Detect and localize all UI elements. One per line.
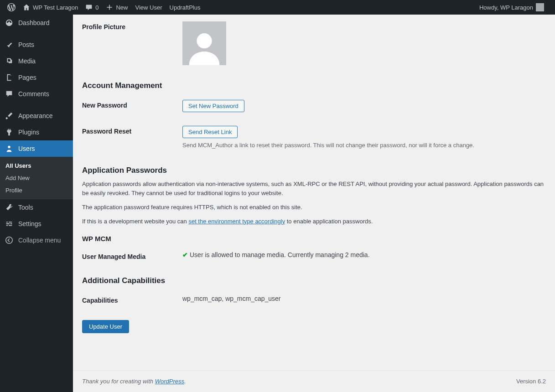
wp-mcm-heading: WP MCM [82, 235, 546, 242]
comments-link[interactable]: 0 [82, 0, 102, 15]
media-icon [5, 57, 14, 66]
password-reset-description: Send MCM_Author a link to reset their pa… [182, 141, 546, 150]
svg-point-0 [8, 146, 10, 148]
view-user-link[interactable]: View User [132, 0, 166, 15]
menu-users[interactable]: Users [0, 140, 73, 157]
menu-comments[interactable]: Comments [0, 86, 73, 102]
plus-icon [106, 4, 113, 11]
avatar-icon [536, 3, 544, 11]
comment-icon [5, 89, 14, 98]
admin-sidebar: Dashboard Posts Media Pages Comments App… [0, 15, 73, 392]
svg-point-1 [6, 237, 12, 243]
submenu-profile[interactable]: Profile [0, 184, 73, 196]
submenu-add-new[interactable]: Add New [0, 172, 73, 184]
sliders-icon [5, 219, 14, 228]
send-reset-link-button[interactable]: Send Reset Link [182, 126, 238, 138]
application-passwords-heading: Application Passwords [82, 166, 546, 175]
menu-settings[interactable]: Settings [0, 216, 73, 232]
dashboard-icon [5, 18, 14, 27]
updraftplus-link[interactable]: UpdraftPlus [166, 0, 204, 15]
check-icon: ✔ [182, 251, 188, 258]
plugin-icon [5, 128, 14, 137]
new-label: New [116, 4, 128, 11]
collapse-icon [5, 236, 14, 245]
capabilities-value: wp_mcm_cap, wp_mcm_cap_user [182, 295, 546, 304]
update-user-button[interactable]: Update User [82, 320, 129, 333]
account-link[interactable]: Howdy, WP Laragon [476, 0, 548, 15]
wordpress-link[interactable]: WordPress [155, 378, 184, 385]
admin-footer: Thank you for creating with WordPress. V… [73, 370, 555, 392]
svg-point-2 [197, 33, 212, 48]
page-icon [5, 73, 14, 82]
capabilities-label: Capabilities [82, 295, 182, 304]
site-name: WP Test Laragon [33, 4, 78, 11]
new-content-link[interactable]: New [102, 0, 131, 15]
wrench-icon [5, 203, 14, 212]
site-name-link[interactable]: WP Test Laragon [19, 0, 82, 15]
additional-capabilities-heading: Additional Capabilities [82, 276, 546, 285]
menu-media[interactable]: Media [0, 53, 73, 69]
pin-icon [5, 40, 14, 49]
admin-toolbar: WP Test Laragon 0 New View User UpdraftP… [0, 0, 555, 15]
user-managed-media-text: User is allowed to manage media. Current… [190, 251, 370, 258]
howdy-text: Howdy, WP Laragon [479, 4, 533, 11]
menu-appearance[interactable]: Appearance [0, 108, 73, 124]
user-managed-media-label: User Managed Media [82, 251, 182, 260]
password-reset-label: Password Reset [82, 126, 182, 150]
collapse-menu[interactable]: Collapse menu [0, 232, 73, 248]
app-passwords-https-warning: The application password feature require… [82, 203, 546, 212]
set-new-password-button[interactable]: Set New Password [182, 100, 244, 112]
account-management-heading: Account Management [82, 81, 546, 90]
home-icon [23, 4, 30, 11]
users-submenu: All Users Add New Profile [0, 157, 73, 199]
menu-posts[interactable]: Posts [0, 36, 73, 53]
submenu-all-users[interactable]: All Users [0, 160, 73, 172]
wp-logo-icon[interactable] [4, 0, 19, 15]
brush-icon [5, 111, 14, 120]
profile-picture-avatar [182, 21, 226, 65]
app-passwords-dev-note: If this is a development website you can… [82, 217, 546, 227]
app-passwords-description: Application passwords allow authenticati… [82, 180, 546, 199]
environment-type-link[interactable]: set the environment type accordingly [188, 218, 285, 225]
profile-picture-label: Profile Picture [82, 21, 182, 65]
new-password-label: New Password [82, 100, 182, 112]
menu-plugins[interactable]: Plugins [0, 124, 73, 140]
main-content: Profile Picture Account Management New P… [73, 15, 555, 392]
menu-dashboard[interactable]: Dashboard [0, 15, 73, 31]
comment-icon [85, 4, 93, 11]
version-text: Version 6.2 [516, 378, 546, 385]
comments-count: 0 [95, 4, 99, 11]
user-icon [5, 144, 14, 153]
menu-pages[interactable]: Pages [0, 69, 73, 86]
menu-tools[interactable]: Tools [0, 199, 73, 216]
